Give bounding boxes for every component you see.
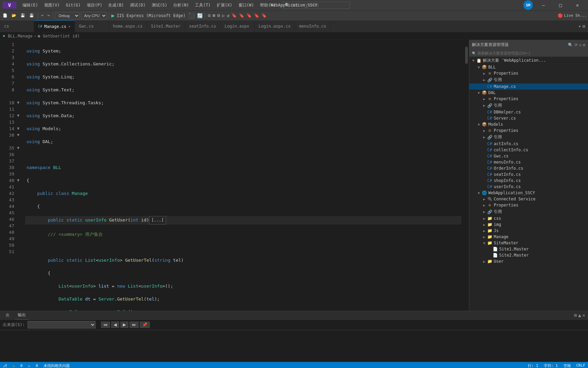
tree-item-site1-master[interactable]: 📄 Site1.Master — [469, 246, 588, 252]
debug-btn8[interactable]: 🔖 — [246, 12, 252, 19]
menu-edit[interactable]: 编辑(E) — [20, 1, 41, 10]
fold-40[interactable]: ▼ — [17, 177, 22, 184]
tab-home-aspx-cs[interactable]: home.aspx.cs — [109, 20, 147, 32]
maximize-button[interactable]: □ — [553, 0, 568, 10]
tab-gwc-cs[interactable]: Gwc.cs — [75, 20, 109, 32]
debug-btn2[interactable]: ⊞ — [212, 12, 216, 19]
tree-item-orderinfo[interactable]: C# OrderInfo.cs — [469, 165, 588, 171]
menu-analyze[interactable]: 分析(N) — [170, 1, 192, 10]
breadcrumb-method[interactable]: GetUser(int id) — [43, 34, 80, 39]
debug-btn6[interactable]: 🔖 — [231, 12, 238, 19]
tab-login-aspx-cs[interactable]: Login.aspx.cs — [255, 20, 295, 32]
live-share-icon[interactable]: 🔴 — [558, 13, 563, 18]
tab-menu-info[interactable]: menuInfo.cs — [295, 20, 330, 32]
live-share-label[interactable]: Live Sh... — [564, 13, 587, 18]
tree-item-models-properties[interactable]: ▶ ⚙ Properties — [469, 127, 588, 134]
tree-item-connected-service[interactable]: ▶ 🔌 Connected Service — [469, 196, 588, 202]
tree-item-dbhelper[interactable]: C# DBHelper.cs — [469, 109, 588, 115]
debug-btn3[interactable]: ⊟ — [217, 12, 221, 19]
sidebar-search-btn[interactable]: 🔍 — [568, 43, 573, 47]
panel-move-up-btn[interactable]: ▲ — [578, 312, 581, 318]
fold-1[interactable] — [17, 41, 22, 48]
tree-item-solution[interactable]: ▼ 📋 解决方案 'WebApplication... — [469, 57, 588, 64]
stop-button[interactable]: ⬛ — [188, 12, 195, 19]
tree-item-manage-cs[interactable]: C# Manage.cs — [469, 83, 588, 90]
tab-seat-info[interactable]: seatInfo.cs — [185, 20, 220, 32]
tree-item-seatinfo[interactable]: C# seatInfo.cs — [469, 171, 588, 178]
output-source-select[interactable] — [28, 321, 96, 328]
breadcrumb-namespace[interactable]: BLL.Manage — [8, 34, 32, 39]
tree-item-gwccs[interactable]: C# Gwc.cs — [469, 153, 588, 159]
vertical-scrollbar[interactable] — [464, 40, 469, 311]
toolbar-save-all[interactable]: 💾 — [28, 13, 35, 18]
minimize-button[interactable]: — — [536, 0, 551, 10]
output-clear-btn[interactable]: ⏮ — [101, 322, 110, 328]
menu-git[interactable]: Git(G) — [63, 1, 83, 9]
tree-item-dal-properties[interactable]: ▶ ⚙ Properties — [469, 96, 588, 102]
tab-manage-cs-close[interactable]: ✕ — [68, 25, 70, 28]
restart-button[interactable]: 🔄 — [197, 13, 203, 18]
tree-item-userinfo[interactable]: C# userInfo.cs — [469, 184, 588, 190]
tree-item-dal[interactable]: ▼ 📦 DAL — [469, 90, 588, 96]
panel-tab-table[interactable]: 表 — [3, 311, 12, 320]
fold-14[interactable]: ▼ — [17, 125, 22, 132]
fold-35[interactable]: ▼ — [17, 145, 22, 151]
debug-btn5[interactable]: ↺ — [226, 12, 230, 19]
tree-item-css[interactable]: ▶ 📁 css — [469, 215, 588, 221]
debug-btn7[interactable]: 🔖 — [238, 12, 245, 19]
tab-cs[interactable]: cs — [0, 20, 34, 32]
debug-btn1[interactable]: ⊡ — [207, 12, 211, 19]
debug-btn10[interactable]: 🔖 — [261, 12, 267, 19]
fold-10[interactable]: ▼ — [17, 99, 22, 106]
tree-item-menuinfo[interactable]: C# menuInfo.cs — [469, 159, 588, 165]
tab-login-aspx[interactable]: Login.aspx — [220, 20, 255, 32]
output-next-btn[interactable]: ▶ — [120, 322, 128, 328]
fold-12[interactable]: ▼ — [17, 112, 22, 119]
tree-item-webapp-properties[interactable]: ▶ ⚙ Properties — [469, 202, 588, 208]
tree-item-shopinfo[interactable]: C# shopInfo.cs — [469, 178, 588, 184]
debug-btn9[interactable]: 🔖 — [253, 12, 260, 19]
panel-close-btn[interactable]: ✕ — [583, 312, 585, 318]
toolbar-undo[interactable]: ↩ — [40, 13, 45, 18]
tree-item-actinfo[interactable]: C# actInfo.cs — [469, 141, 588, 147]
tree-item-models[interactable]: ▼ 📦 Models — [469, 121, 588, 127]
menu-view[interactable]: 视图(V) — [42, 1, 63, 10]
user-avatar[interactable]: SM — [523, 0, 533, 10]
tree-item-webapp[interactable]: ▼ 🌐 WebApplication_SSCY — [469, 190, 588, 196]
tree-item-dal-refs[interactable]: ▶ 🔗 引用 — [469, 102, 588, 109]
debug-btn4[interactable]: ▷ — [222, 12, 226, 19]
menu-debug[interactable]: 调试(D) — [127, 1, 148, 10]
tree-item-webapp-refs[interactable]: ▶ 🔗 引用 — [469, 208, 588, 215]
panel-tab-output[interactable]: 输出 — [15, 311, 29, 320]
tab-overflow-button[interactable]: ▾ — [578, 24, 581, 29]
output-pin-btn[interactable]: 📌 — [140, 322, 150, 328]
code-area[interactable]: using System; using System.Collections.G… — [22, 40, 464, 311]
fold-30[interactable]: ▼ — [17, 132, 22, 138]
toolbar-save[interactable]: 💾 — [19, 13, 27, 18]
tree-item-img[interactable]: ▶ 📁 img — [469, 221, 588, 228]
sidebar-search-input[interactable] — [477, 51, 585, 55]
platform-select[interactable]: Any CPU — [81, 12, 107, 19]
menu-test[interactable]: 测试(S) — [149, 1, 170, 10]
tree-item-bll[interactable]: ▼ 📦 BLL — [469, 64, 588, 70]
tree-item-manage-folder[interactable]: ▶ 📁 Manage — [469, 234, 588, 240]
tab-manage-cs[interactable]: C# Manage.cs ✕ — [34, 20, 75, 32]
tree-item-models-refs[interactable]: ▶ 🔗 引用 — [469, 134, 588, 141]
debug-mode-select[interactable]: Debug Release — [55, 12, 80, 19]
tree-item-js[interactable]: ▶ 📁 Js — [469, 228, 588, 234]
menu-window[interactable]: 窗口(W) — [236, 1, 257, 10]
output-prev-btn[interactable]: ◀ — [111, 322, 119, 328]
sidebar-settings-btn[interactable]: ⚙ — [583, 43, 585, 47]
sidebar-refresh-btn[interactable]: ⟳ — [574, 43, 578, 47]
toolbar-redo[interactable]: ↪ — [46, 13, 51, 18]
sidebar-collapse-btn[interactable]: ↕ — [579, 43, 582, 47]
output-wrap-btn[interactable]: ⏭ — [130, 322, 138, 328]
tree-item-user-folder[interactable]: ▶ 📁 User — [469, 258, 588, 264]
close-button[interactable]: ✕ — [570, 0, 585, 10]
tree-item-bll-refs[interactable]: ▶ 🔗 引用 — [469, 76, 588, 83]
code-editor[interactable]: 1 2 3 4 5 6 7 8 10 11 12 13 14 30 35 36 … — [0, 40, 469, 311]
tab-split-button[interactable]: ⊞ — [583, 24, 585, 29]
tree-item-bll-properties[interactable]: ▶ ⚙ Properties — [469, 70, 588, 76]
menu-build[interactable]: 生成(B) — [105, 1, 127, 10]
menu-project[interactable]: 项目(P) — [84, 1, 105, 10]
